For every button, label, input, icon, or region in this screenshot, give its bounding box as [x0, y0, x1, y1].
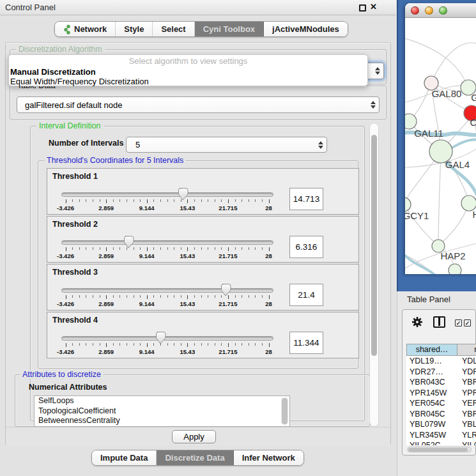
table-data-combobox[interactable]: galFiltered.sif default node	[17, 96, 380, 113]
table-scrollbar-thumb[interactable]	[408, 448, 468, 452]
number-of-intervals-combobox[interactable]: 5	[126, 137, 327, 153]
application-window: Control Panel ✕ Network Style Select Cyn…	[0, 0, 476, 476]
tick-mark	[228, 295, 229, 299]
tick-mark	[86, 343, 86, 346]
tick-mark	[106, 295, 107, 299]
zoom-traffic-light-icon[interactable]	[439, 6, 447, 15]
cell-shared-name: YBR045C	[406, 409, 457, 420]
checkbox-icon[interactable]: ✓	[464, 319, 471, 326]
table-row[interactable]: YPR145WYPR14	[406, 388, 476, 399]
tick-label: 15.43	[173, 204, 201, 211]
table-row[interactable]: YBL079WYBL07	[406, 419, 476, 430]
tab-style[interactable]: Style	[116, 22, 153, 36]
tab-cyni-toolbox[interactable]: Cyni Toolbox	[195, 22, 264, 36]
threshold-slider[interactable]: -3.4262.8599.14415.4321.71528	[61, 189, 273, 215]
tab-infer-network[interactable]: Infer Network	[234, 450, 303, 465]
tab-infer-network-label: Infer Network	[242, 453, 295, 463]
settings-scrollbar-thumb[interactable]	[371, 135, 377, 356]
column-header-shared-name[interactable]: shared…	[406, 344, 457, 356]
threshold-value-field[interactable]: 14.713	[289, 188, 323, 210]
threshold-value-field[interactable]: 11.344	[289, 332, 323, 354]
tick-mark	[215, 295, 215, 298]
attribute-list-item[interactable]: BetweennessCentrality	[35, 416, 289, 426]
cell-name: YPR14	[457, 388, 476, 399]
tick-mark	[140, 199, 141, 202]
close-icon[interactable]: ✕	[370, 2, 377, 12]
tick-mark	[113, 199, 114, 202]
threshold-value-field[interactable]: 6.316	[289, 236, 323, 258]
slider-track[interactable]	[61, 288, 273, 293]
slider-track[interactable]	[61, 240, 273, 245]
network-node[interactable]	[405, 114, 417, 129]
table-row[interactable]: YER054CYER05	[406, 398, 476, 409]
tick-mark	[242, 343, 242, 346]
table-row[interactable]: YLR345WYLR34	[406, 430, 476, 441]
tick-label: -3.426	[52, 204, 80, 211]
table-row[interactable]: YIL052CYIL05	[406, 440, 476, 445]
split-columns-icon[interactable]	[433, 316, 445, 328]
tick-mark	[86, 295, 86, 298]
settings-vertical-scrollbar[interactable]	[369, 123, 379, 427]
slider-track[interactable]	[61, 336, 273, 341]
list-scrollbar[interactable]	[281, 397, 288, 425]
dropdown-option-equal-width-frequency[interactable]: Equal Width/Frequency Discretization	[9, 77, 367, 86]
tick-label: 2.859	[92, 300, 120, 307]
dropdown-option-manual-discretization[interactable]: Manual Discretization	[9, 67, 367, 77]
apply-button[interactable]: Apply	[172, 430, 216, 443]
node-table[interactable]: shared… name YDL19…YDL19YDR27…YDR27YBR04…	[406, 344, 476, 445]
attribute-list-item[interactable]: TopologicalCoefficient	[35, 406, 289, 417]
attribute-list-item[interactable]: SelfLoops	[35, 396, 289, 406]
slider-track[interactable]	[61, 192, 273, 197]
minimize-traffic-light-icon[interactable]	[425, 6, 433, 15]
tick-label: -3.426	[52, 348, 80, 355]
tab-network[interactable]: Network	[55, 22, 116, 36]
table-row[interactable]: YDL19…YDL19	[406, 356, 476, 367]
slider-thumb[interactable]	[220, 284, 231, 296]
tab-impute-data[interactable]: Impute Data	[92, 450, 157, 465]
column-header-name[interactable]: name	[457, 344, 476, 356]
network-window-titlebar[interactable]	[405, 3, 476, 18]
threshold-value-field[interactable]: 21.4	[289, 284, 323, 306]
slider-thumb[interactable]	[155, 332, 166, 344]
threshold-slider[interactable]: -3.4262.8599.14415.4321.71528	[61, 285, 273, 311]
table-row[interactable]: YDR27…YDR27	[406, 367, 476, 378]
close-traffic-light-icon[interactable]	[411, 6, 419, 15]
tick-mark	[249, 295, 249, 298]
tick-mark	[79, 295, 80, 298]
gear-icon[interactable]	[411, 316, 423, 328]
tick-mark	[228, 247, 229, 251]
table-row[interactable]: YBR043CYBR04	[406, 377, 476, 388]
tab-select[interactable]: Select	[153, 22, 194, 36]
list-scrollbar-thumb[interactable]	[282, 398, 288, 424]
network-canvas[interactable]: GAL80GACGAL11GAL4GCY1HHAP2	[405, 18, 476, 274]
network-node[interactable]	[405, 197, 411, 211]
tick-mark	[127, 295, 127, 298]
tick-mark	[160, 295, 161, 298]
tick-mark	[235, 247, 236, 250]
float-window-icon[interactable]	[359, 4, 366, 12]
tick-mark	[262, 247, 263, 250]
slider-thumb[interactable]	[123, 236, 134, 249]
table-horizontal-scrollbar[interactable]	[407, 447, 472, 452]
tick-mark	[235, 295, 236, 298]
tab-cyni-toolbox-label: Cyni Toolbox	[203, 24, 255, 34]
threshold-slider[interactable]: -3.4262.8599.14415.4321.71528	[61, 333, 273, 358]
tab-discretize-data[interactable]: Discretize Data	[157, 450, 233, 465]
network-graph[interactable]: GAL80GACGAL11GAL4GCY1HHAP2	[405, 18, 476, 274]
tick-mark	[72, 295, 73, 298]
tick-mark	[221, 343, 222, 346]
tick-mark	[201, 295, 202, 298]
numerical-attributes-list[interactable]: SelfLoopsTopologicalCoefficientBetweenne…	[34, 395, 290, 427]
network-nodes[interactable]: GAL80GACGAL11GAL4GCY1HHAP2	[405, 76, 476, 274]
checkbox-icon[interactable]: ✓	[455, 319, 462, 326]
slider-thumb[interactable]	[178, 188, 188, 201]
table-row[interactable]: YBR045CYBR04	[406, 409, 476, 420]
threshold-row: Threshold 4 -3.4262.8599.14415.4321.7152…	[47, 312, 359, 358]
table-panel-title: Table Panel	[407, 295, 450, 304]
tick-mark	[153, 199, 154, 202]
tick-mark	[221, 247, 222, 250]
tab-jactivemnodules[interactable]: jActiveMNodules	[264, 22, 348, 36]
threshold-slider[interactable]: -3.4262.8599.14415.4321.71528	[61, 237, 273, 263]
network-view-window: GAL80GACGAL11GAL4GCY1HHAP2	[405, 3, 476, 274]
network-node[interactable]	[449, 264, 461, 274]
